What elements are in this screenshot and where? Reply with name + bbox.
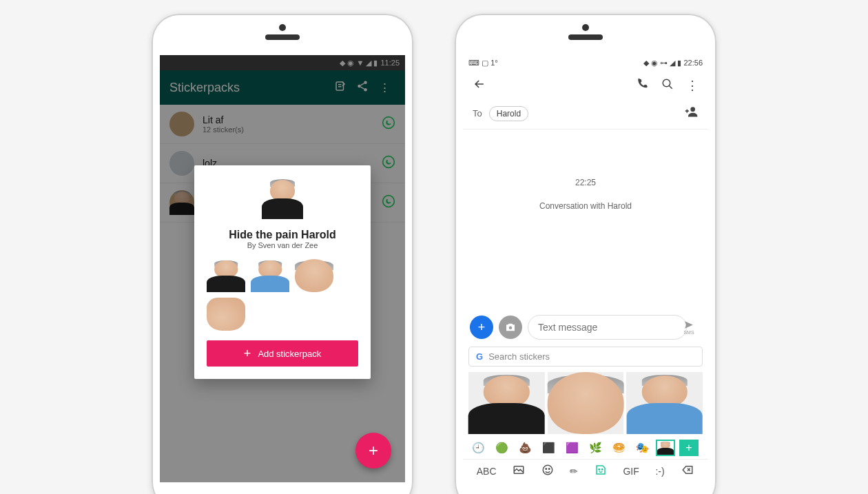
fab-add-button[interactable]: + — [355, 433, 391, 469]
kb-emoticon[interactable]: :-) — [655, 466, 664, 477]
svg-point-13 — [548, 469, 550, 470]
add-stickerpack-button[interactable]: + Add stickerpack — [207, 340, 358, 367]
phone-left: ◆ ◉ ▼ ◢ ▮ 11:25 Stickerpacks ⋮ Lit af 12… — [152, 14, 413, 494]
plus-icon: + — [244, 347, 251, 360]
category-icon[interactable]: 🎭 — [632, 440, 652, 456]
svg-point-8 — [690, 107, 695, 112]
pack-author: By Sven van der Zee — [207, 241, 358, 249]
conversation-label: Conversation with Harold — [463, 201, 708, 211]
kb-emoji-icon[interactable] — [541, 464, 554, 478]
svg-point-15 — [601, 469, 603, 471]
recipient-chip[interactable]: Harold — [489, 106, 528, 121]
google-icon: G — [476, 351, 483, 362]
svg-point-12 — [546, 469, 547, 470]
svg-point-9 — [509, 327, 513, 330]
phone-right: ⌨ ▢ 1° ◆ ◉ ⊶ ◢ ▮ 22:56 ⋮ To Harold — [455, 14, 716, 494]
stickerpack-modal: Hide the pain Harold By Sven van der Zee… — [194, 165, 371, 379]
pack-title: Hide the pain Harold — [207, 229, 358, 241]
add-category-button[interactable]: + — [679, 440, 699, 456]
category-icon[interactable]: ⬛ — [539, 440, 558, 456]
recent-icon[interactable]: 🕘 — [468, 440, 488, 456]
sticker-option[interactable] — [468, 372, 545, 434]
svg-point-14 — [599, 469, 600, 471]
send-button[interactable]: SMS — [683, 320, 694, 335]
to-label: To — [473, 108, 482, 119]
kb-backspace-icon[interactable] — [681, 464, 694, 478]
kb-sticker-icon[interactable] — [595, 464, 607, 478]
sticker-item[interactable] — [207, 298, 245, 331]
kb-abc[interactable]: ABC — [477, 466, 497, 477]
back-icon[interactable] — [473, 77, 486, 94]
kb-drawing-icon[interactable]: ✏ — [570, 466, 578, 477]
kb-image-icon[interactable] — [513, 464, 525, 478]
sticker-item[interactable] — [251, 259, 289, 292]
attach-button[interactable]: + — [470, 316, 493, 339]
kb-gif[interactable]: GIF — [623, 466, 639, 477]
phone-icon[interactable] — [637, 78, 649, 94]
sticker-search[interactable]: G Search stickers — [468, 347, 703, 367]
category-icon[interactable]: 💩 — [515, 440, 535, 456]
more-icon[interactable]: ⋮ — [686, 78, 699, 93]
message-input[interactable] — [528, 315, 687, 340]
chat-topbar: ⋮ — [463, 70, 708, 101]
camera-button[interactable] — [499, 316, 522, 339]
sticker-item[interactable] — [295, 259, 333, 292]
category-icon[interactable]: 🌿 — [586, 440, 605, 456]
conversation-area: 22:25 Conversation with Harold — [463, 130, 708, 311]
sticker-item[interactable] — [207, 259, 245, 292]
sticker-categories: 🕘 🟢 💩 ⬛ 🟪 🌿 🥯 🎭 + — [463, 437, 708, 459]
category-icon-selected[interactable] — [656, 440, 675, 456]
category-icon[interactable]: 🥯 — [609, 440, 628, 456]
conversation-time: 22:25 — [463, 178, 708, 187]
add-person-icon[interactable] — [685, 105, 699, 122]
sticker-option[interactable] — [548, 372, 624, 434]
category-icon[interactable]: 🟪 — [562, 440, 581, 456]
svg-point-11 — [543, 465, 552, 475]
svg-point-7 — [663, 79, 670, 87]
to-row: To Harold — [463, 101, 708, 130]
status-bar: ⌨ ▢ 1° ◆ ◉ ⊶ ◢ ▮ 22:56 — [463, 55, 708, 70]
search-icon[interactable] — [661, 78, 674, 94]
keyboard-mode-row: ABC ✏ GIF :-) — [463, 459, 708, 482]
category-icon[interactable]: 🟢 — [492, 440, 511, 456]
sticker-preview — [262, 178, 303, 219]
sticker-option[interactable] — [626, 372, 703, 434]
status-time: 22:56 — [683, 59, 703, 67]
